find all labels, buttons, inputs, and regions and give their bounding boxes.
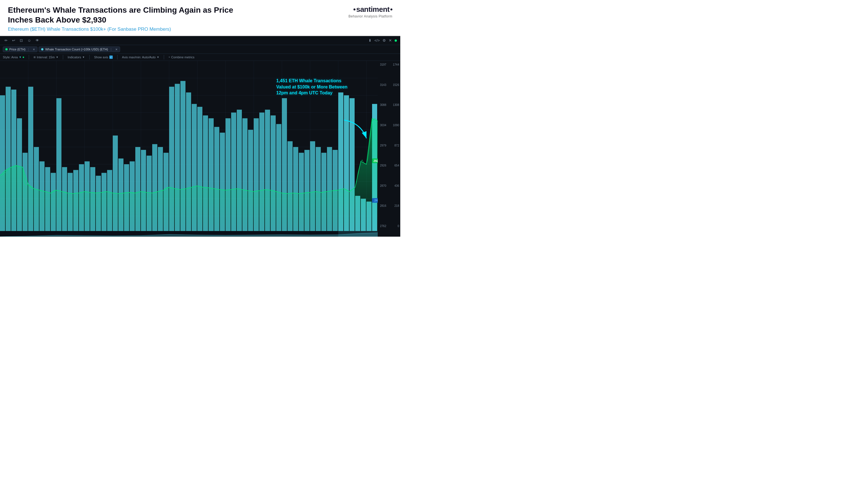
- y-right-7: 436: [394, 184, 399, 187]
- y-right-4: 1090: [393, 124, 399, 127]
- y-axis-pair-9: 2762 0: [379, 224, 400, 228]
- control-sep-3: [89, 55, 90, 59]
- y-left-7: 2870: [380, 184, 386, 187]
- y-right-9: 0: [397, 224, 399, 228]
- price-tab-dot: [5, 48, 7, 50]
- y-right-5: 872: [394, 144, 399, 147]
- indicators-label: Indicators: [68, 55, 81, 59]
- edit-icon[interactable]: ✏: [3, 38, 9, 43]
- y-left-9: 2762: [380, 224, 386, 228]
- style-control[interactable]: Style: Area ▼ ■: [3, 55, 24, 59]
- y-axis-pair-4: 3034 1090: [379, 124, 400, 127]
- interval-label: Interval: 15m: [37, 55, 55, 59]
- main-title: Ethereum's Whale Transactions are Climbi…: [8, 5, 233, 25]
- annotation-arrow: [338, 117, 372, 145]
- y-right-6: 654: [394, 164, 399, 167]
- y-axis-pair-5: 2979 872: [379, 144, 400, 147]
- y-axis-pair-7: 2870 436: [379, 184, 400, 187]
- chart-toolbar: ✏ ↩ ⊡ ☺ 👁 ⬇ </> ⚙ ✕: [0, 36, 400, 45]
- chart-container: ✏ ↩ ⊡ ☺ 👁 ⬇ </> ⚙ ✕ Price (ETH) ⋮ ✕ Whal…: [0, 36, 400, 237]
- y-right-8: 218: [394, 204, 399, 208]
- logo-text: santiment: [356, 5, 390, 14]
- y-left-8: 2816: [380, 204, 386, 208]
- whale-tab-close[interactable]: ✕: [115, 48, 118, 51]
- y-left-4: 3034: [380, 124, 386, 127]
- y-left-3: 3088: [380, 103, 386, 107]
- undo-icon[interactable]: ↩: [11, 38, 16, 43]
- combine-control[interactable]: + Combine metrics: [169, 55, 195, 59]
- mini-chart[interactable]: [0, 231, 378, 237]
- show-axis-checkbox[interactable]: ✓: [109, 55, 113, 59]
- logo-dot-left: [354, 8, 355, 11]
- annotation-text: 1,451 ETH Whale Transactions Valued at $…: [276, 78, 355, 96]
- y-axis-pair-1: 3197 1744: [379, 63, 400, 66]
- svg-text:2926: 2926: [373, 160, 378, 163]
- combine-label: Combine metrics: [171, 55, 195, 59]
- chart-area: 20 Apr 22 21 Apr 22 22 Apr 22 22 Apr 22 …: [0, 61, 400, 237]
- show-axis-control[interactable]: Show axis ✓: [94, 55, 113, 59]
- price-tab-close[interactable]: ✕: [33, 48, 35, 51]
- close-icon[interactable]: ✕: [389, 38, 392, 42]
- chart-controls: Style: Area ▼ ■ ⊞ Interval: 15m ▼ Indica…: [0, 54, 400, 61]
- y-left-5: 2979: [380, 144, 386, 147]
- eye-icon[interactable]: 👁: [34, 38, 40, 43]
- toolbar-right: ⬇ </> ⚙ ✕: [368, 38, 397, 42]
- behavior-text: Behavior Analysis Platform: [349, 14, 392, 18]
- emoji-icon[interactable]: ☺: [26, 38, 32, 43]
- y-axis-pair-2: 3143 1526: [379, 84, 400, 87]
- logo-dot-right: [390, 8, 392, 11]
- y-axis-right: 3197 1744 3143 1526 3088 1308 3034 1090 …: [379, 61, 400, 237]
- svg-rect-111: [338, 231, 378, 237]
- code-icon[interactable]: </>: [374, 38, 380, 42]
- price-tab[interactable]: Price (ETH) ⋮ ✕: [3, 47, 37, 52]
- y-axis-pair-6: 2926 654: [379, 164, 400, 167]
- interval-control[interactable]: ⊞ Interval: 15m ▼: [34, 55, 59, 59]
- y-axis-pair-8: 2816 218: [379, 204, 400, 208]
- header-left: Ethereum's Whale Transactions are Climbi…: [8, 5, 330, 32]
- whale-tab[interactable]: Whale Transaction Count (>100k USD) (ETH…: [39, 47, 120, 52]
- download-icon[interactable]: ⬇: [368, 38, 372, 42]
- control-sep-2: [63, 55, 63, 59]
- price-tab-label: Price (ETH): [9, 48, 25, 51]
- axis-minmax-label: Axis max/min: Auto/Auto: [122, 55, 156, 59]
- copy-icon[interactable]: ⊡: [19, 38, 24, 43]
- page-header: Ethereum's Whale Transactions are Climbi…: [0, 0, 400, 36]
- indicators-control[interactable]: Indicators ▼: [68, 55, 85, 59]
- y-left-2: 3143: [380, 84, 386, 87]
- y-axis-pair-3: 3088 1308: [379, 103, 400, 107]
- metric-tabs: Price (ETH) ⋮ ✕ Whale Transaction Count …: [0, 45, 400, 54]
- style-label: Style: Area: [3, 55, 18, 59]
- price-tab-menu[interactable]: ⋮: [27, 48, 30, 51]
- control-sep-5: [164, 55, 164, 59]
- header-right: santiment Behavior Analysis Platform: [330, 5, 392, 18]
- y-right-2: 1526: [393, 84, 399, 87]
- whale-tab-menu[interactable]: ⋮: [110, 48, 112, 51]
- status-indicator: [395, 39, 397, 42]
- whale-tab-label: Whale Transaction Count (>100k USD) (ETH…: [45, 48, 108, 51]
- axis-minmax-control[interactable]: Axis max/min: Auto/Auto ▼: [122, 55, 159, 59]
- sub-title: Ethereum ($ETH) Whale Transactions $100k…: [8, 26, 330, 32]
- control-sep-4: [117, 55, 118, 59]
- y-right-3: 1308: [393, 103, 399, 107]
- santiment-logo: santiment: [354, 5, 392, 14]
- y-left-1: 3197: [380, 63, 386, 66]
- y-left-6: 2926: [380, 164, 386, 167]
- whale-tab-dot: [41, 48, 43, 50]
- y-right-1: 1744: [393, 63, 399, 66]
- settings-icon[interactable]: ⚙: [383, 38, 386, 42]
- svg-text:240: 240: [374, 199, 378, 202]
- show-axis-label: Show axis: [94, 55, 108, 59]
